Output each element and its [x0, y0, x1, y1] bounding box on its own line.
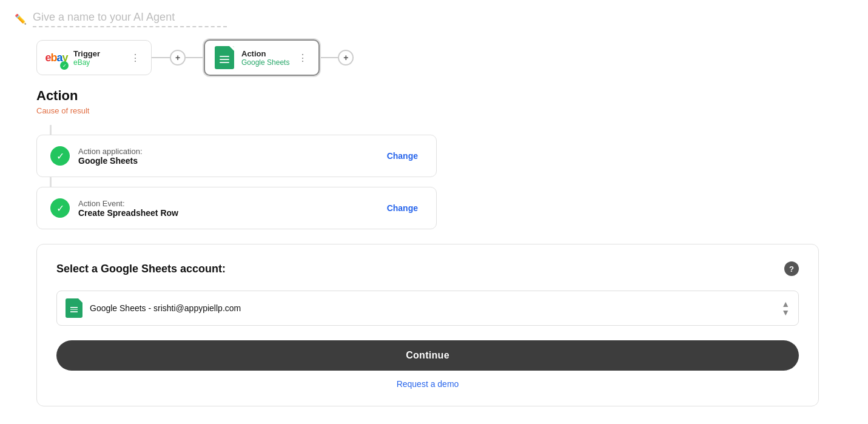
event-check-icon: ✓ [50, 198, 70, 218]
action-node-icon [214, 47, 235, 69]
flow-connector-1: + [152, 50, 204, 66]
event-card-label: Action Event: [78, 199, 374, 208]
action-node-type: Action [241, 49, 289, 58]
agent-name-input[interactable] [33, 11, 227, 27]
application-card: ✓ Action application: Google Sheets Chan… [36, 135, 437, 177]
event-change-button[interactable]: Change [382, 201, 423, 215]
cards-section: ✓ Action application: Google Sheets Chan… [36, 135, 832, 229]
google-sheets-icon [215, 46, 234, 69]
account-section-header: Select a Google Sheets account: ? [56, 261, 799, 276]
application-card-value: Google Sheets [78, 156, 374, 166]
agent-name-bar: ✏️ [0, 0, 868, 27]
event-card-value: Create Spreadsheet Row [78, 208, 374, 218]
action-node[interactable]: Action Google Sheets ⋮ [204, 39, 320, 76]
account-section-title: Select a Google Sheets account: [56, 263, 226, 275]
trigger-node-icon: ebay ✓ [45, 47, 67, 69]
action-node-text: Action Google Sheets [241, 49, 289, 67]
main-content: Action Cause of result ✓ Action applicat… [0, 88, 868, 406]
dropdown-arrows-icon: ▲ ▼ [781, 300, 790, 317]
trigger-node-menu-button[interactable]: ⋮ [128, 51, 143, 65]
application-card-label: Action application: [78, 147, 374, 156]
flow-connector-2: + [320, 50, 354, 66]
flow-line-2 [186, 57, 204, 58]
account-dropdown[interactable]: Google Sheets - srishti@appypiellp.com ▲… [56, 291, 799, 326]
top-connector [50, 125, 52, 135]
flow-bar: ebay ✓ Trigger eBay ⋮ + Action [0, 27, 868, 88]
section-subtitle: Cause of result [36, 106, 832, 115]
flow-add-button-2[interactable]: + [338, 50, 354, 66]
event-card: ✓ Action Event: Create Spreadsheet Row C… [36, 187, 437, 229]
application-card-text: Action application: Google Sheets [78, 147, 374, 166]
trigger-node-name: eBay [73, 58, 100, 67]
trigger-node[interactable]: ebay ✓ Trigger eBay ⋮ [36, 40, 152, 75]
account-dropdown-gs-icon [66, 298, 82, 318]
application-change-button[interactable]: Change [382, 149, 423, 163]
flow-add-button-1[interactable]: + [170, 50, 186, 66]
account-name-label: Google Sheets - srishti@appypiellp.com [90, 303, 774, 313]
trigger-node-type: Trigger [73, 49, 100, 58]
request-demo-link[interactable]: Request a demo [56, 379, 799, 389]
pencil-icon: ✏️ [15, 13, 27, 25]
trigger-node-text: Trigger eBay [73, 49, 100, 67]
action-node-menu-button[interactable]: ⋮ [295, 51, 310, 65]
continue-button[interactable]: Continue [56, 340, 799, 371]
account-section: Select a Google Sheets account: ? Google… [36, 244, 819, 406]
help-icon[interactable]: ? [784, 261, 799, 276]
card-connector [50, 177, 52, 187]
trigger-check-badge: ✓ [60, 61, 69, 70]
application-check-icon: ✓ [50, 146, 70, 166]
flow-line-3 [320, 57, 338, 58]
flow-line-1 [152, 57, 170, 58]
section-title: Action [36, 88, 832, 104]
event-card-text: Action Event: Create Spreadsheet Row [78, 199, 374, 218]
action-node-name: Google Sheets [241, 58, 289, 67]
